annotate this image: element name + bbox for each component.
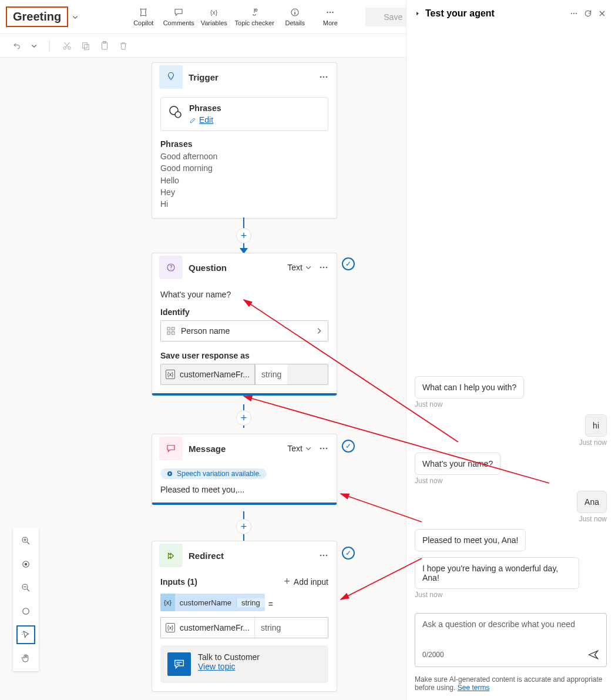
output-type-dropdown[interactable]: Text [287, 263, 312, 272]
chevron-down-icon [305, 445, 312, 452]
ai-disclaimer: Make sure AI-generated content is accura… [406, 675, 615, 700]
variable-picker[interactable]: {x} customerNameFr... string [160, 364, 328, 385]
refresh-icon[interactable] [583, 9, 593, 18]
trigger-node[interactable]: Trigger Phrases Edit Phrases Good aftern… [152, 62, 337, 219]
redirect-target: Talk to Customer [198, 652, 260, 662]
add-node-button[interactable]: + [236, 410, 251, 426]
cut-icon[interactable] [62, 41, 72, 51]
undo-icon[interactable] [12, 41, 22, 51]
add-node-button[interactable]: + [236, 228, 251, 243]
edit-phrases-link[interactable]: Edit [189, 115, 221, 125]
phrases-card: Phrases Edit [160, 97, 328, 131]
more-button[interactable]: More [312, 3, 348, 31]
collapse-icon[interactable] [415, 11, 421, 16]
reset-zoom-button[interactable] [16, 602, 35, 621]
topic-checker-label: Topic checker [235, 19, 274, 26]
svg-rect-10 [83, 42, 88, 48]
svg-rect-26 [167, 332, 170, 335]
expression-picker[interactable]: {x} customerNameFr... string [160, 617, 328, 638]
svg-point-3 [295, 10, 296, 11]
more-icon[interactable] [569, 9, 579, 18]
selection-tool-button[interactable] [16, 625, 35, 644]
message-node[interactable]: Message Text Speech variation available.… [152, 434, 337, 505]
entity-icon [166, 326, 176, 336]
close-icon[interactable] [597, 9, 607, 18]
add-node-button[interactable]: + [236, 519, 251, 534]
chevron-down-icon[interactable] [72, 14, 79, 21]
input-variable-chip[interactable]: {x} customerName string [160, 594, 265, 611]
bot-message: Pleased to meet you, Ana! [415, 529, 526, 551]
svg-point-42 [576, 13, 577, 14]
view-toolbar [13, 528, 39, 671]
zoom-out-button[interactable] [16, 578, 35, 597]
phrase-list: Good afternoon Good morning Hello Hey Hi [160, 150, 328, 210]
redirect-title: Redirect [189, 551, 318, 561]
svg-point-14 [320, 76, 322, 78]
variables-icon: {x} [209, 7, 219, 18]
svg-point-39 [23, 608, 29, 615]
send-icon[interactable] [587, 649, 599, 661]
message-text: Pleased to meet you,... [160, 485, 328, 494]
redirect-node[interactable]: Redirect Inputs (1) + Add input {x} cust… [152, 541, 337, 692]
svg-text:{x}: {x} [210, 9, 218, 16]
speech-variation-chip[interactable]: Speech variation available. [160, 468, 267, 479]
topic-checker-icon [249, 7, 260, 18]
topic-title[interactable]: Greeting [6, 6, 68, 27]
svg-point-18 [175, 112, 181, 118]
copy-icon[interactable] [80, 41, 91, 51]
more-icon[interactable] [318, 443, 330, 454]
svg-point-1 [255, 9, 257, 11]
topic-checker-button[interactable]: Topic checker [231, 3, 277, 31]
svg-rect-27 [172, 332, 175, 335]
copilot-button[interactable]: Copilot [126, 3, 161, 31]
copilot-label: Copilot [133, 19, 153, 26]
svg-point-34 [326, 555, 328, 557]
more-label: More [323, 19, 338, 26]
fit-view-button[interactable] [16, 555, 35, 574]
node-header: Trigger [152, 63, 337, 91]
svg-point-37 [25, 563, 28, 566]
details-button[interactable]: Details [277, 3, 312, 31]
no-zoom-icon [21, 606, 31, 617]
question-title: Question [189, 263, 287, 273]
redirect-icon [159, 544, 183, 567]
question-prompt: What's your name? [160, 287, 328, 307]
svg-point-15 [323, 76, 325, 78]
comments-button[interactable]: Comments [161, 3, 196, 31]
variables-button[interactable]: {x} Variables [196, 3, 231, 31]
test-panel: Test your agent What can I help you with… [406, 0, 615, 700]
identify-entity-dropdown[interactable]: Person name [160, 320, 328, 341]
node-header: Redirect [152, 541, 337, 570]
node-header: Message Text [152, 434, 337, 463]
svg-rect-4 [295, 12, 296, 15]
node-header: Question Text [152, 253, 337, 282]
svg-point-29 [323, 448, 325, 450]
more-icon[interactable] [318, 262, 330, 273]
test-panel-title: Test your agent [425, 8, 564, 19]
chevron-down-icon[interactable] [31, 41, 38, 51]
zoom-in-icon [21, 535, 31, 546]
question-node[interactable]: Question Text What's your name? Identify… [152, 253, 337, 396]
pan-tool-button[interactable] [16, 649, 35, 668]
variable-icon: {x} [166, 370, 175, 379]
check-icon: ✓ [342, 440, 355, 453]
zoom-in-button[interactable] [16, 531, 35, 550]
divider [49, 40, 50, 52]
more-icon[interactable] [318, 550, 330, 561]
chat-input[interactable]: Ask a question or describe what you need… [415, 613, 607, 667]
canvas[interactable]: Trigger Phrases Edit Phrases Good aftern… [0, 58, 406, 700]
paste-icon[interactable] [99, 41, 110, 51]
target-icon [21, 559, 31, 570]
copilot-icon [138, 7, 149, 18]
more-icon[interactable] [318, 71, 330, 83]
char-counter: 0/2000 [422, 651, 444, 659]
output-type-dropdown[interactable]: Text [287, 444, 312, 453]
add-input-button[interactable]: + Add input [284, 575, 328, 588]
delete-icon[interactable] [118, 41, 129, 51]
test-panel-header: Test your agent [406, 0, 615, 25]
see-terms-link[interactable]: See terms [458, 684, 490, 692]
chat-icon [168, 105, 182, 119]
speech-icon [166, 470, 173, 477]
view-topic-link[interactable]: View topic [198, 662, 236, 671]
comments-label: Comments [163, 19, 194, 26]
